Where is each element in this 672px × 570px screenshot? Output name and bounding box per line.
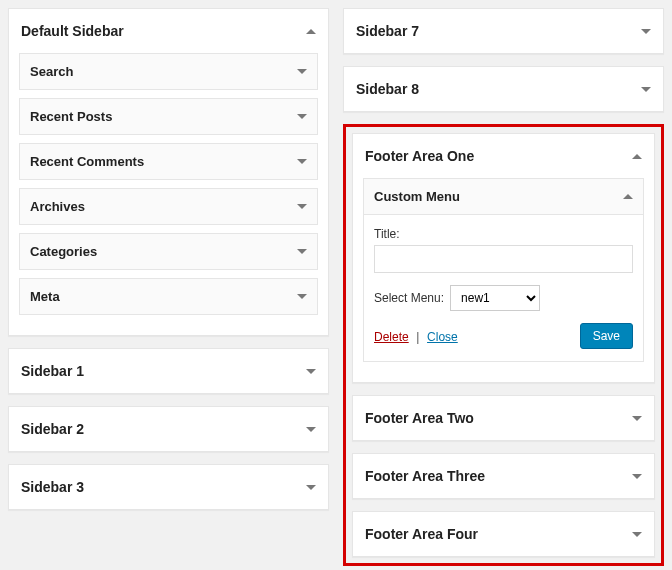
title-label: Title: bbox=[374, 227, 633, 241]
chevron-up-icon bbox=[306, 29, 316, 34]
chevron-down-icon bbox=[306, 427, 316, 432]
panel-title: Sidebar 8 bbox=[356, 81, 419, 97]
panel-sidebar-7[interactable]: Sidebar 7 bbox=[343, 8, 664, 54]
panel-title: Footer Area Four bbox=[365, 526, 478, 542]
widget-title: Custom Menu bbox=[374, 189, 460, 204]
chevron-down-icon bbox=[297, 204, 307, 209]
chevron-down-icon bbox=[297, 249, 307, 254]
panel-footer-area-four[interactable]: Footer Area Four bbox=[352, 511, 655, 557]
chevron-down-icon bbox=[632, 416, 642, 421]
separator: | bbox=[416, 330, 419, 344]
widget-recent-comments[interactable]: Recent Comments bbox=[19, 143, 318, 180]
close-link[interactable]: Close bbox=[427, 330, 458, 344]
widget-title: Meta bbox=[30, 289, 60, 304]
delete-link[interactable]: Delete bbox=[374, 330, 409, 344]
select-menu-label: Select Menu: bbox=[374, 291, 444, 305]
panel-title: Default Sidebar bbox=[21, 23, 124, 39]
widget-title: Recent Comments bbox=[30, 154, 144, 169]
select-menu-dropdown[interactable]: new1 bbox=[450, 285, 540, 311]
chevron-up-icon bbox=[632, 154, 642, 159]
panel-footer-area-two[interactable]: Footer Area Two bbox=[352, 395, 655, 441]
chevron-down-icon bbox=[297, 114, 307, 119]
save-button[interactable]: Save bbox=[580, 323, 633, 349]
chevron-down-icon bbox=[297, 69, 307, 74]
panel-body-default-sidebar: Search Recent Posts Recent Comments bbox=[9, 53, 328, 335]
widget-meta[interactable]: Meta bbox=[19, 278, 318, 315]
panel-header-default-sidebar[interactable]: Default Sidebar bbox=[9, 9, 328, 53]
widget-body-custom-menu: Title: Select Menu: new1 bbox=[364, 214, 643, 361]
panel-title: Sidebar 1 bbox=[21, 363, 84, 379]
widget-title: Search bbox=[30, 64, 73, 79]
panel-default-sidebar: Default Sidebar Search Recent Posts bbox=[8, 8, 329, 336]
chevron-down-icon bbox=[641, 87, 651, 92]
chevron-down-icon bbox=[632, 532, 642, 537]
chevron-down-icon bbox=[306, 485, 316, 490]
panel-title: Footer Area Two bbox=[365, 410, 474, 426]
panel-footer-area-one: Footer Area One Custom Menu Title: bbox=[352, 133, 655, 383]
panel-sidebar-2[interactable]: Sidebar 2 bbox=[8, 406, 329, 452]
chevron-up-icon bbox=[623, 194, 633, 199]
widget-title: Archives bbox=[30, 199, 85, 214]
chevron-down-icon bbox=[297, 159, 307, 164]
panel-sidebar-1[interactable]: Sidebar 1 bbox=[8, 348, 329, 394]
chevron-down-icon bbox=[297, 294, 307, 299]
widget-custom-menu: Custom Menu Title: Select Menu: bbox=[363, 178, 644, 362]
chevron-down-icon bbox=[306, 369, 316, 374]
right-column: Sidebar 7 Sidebar 8 Footer Area One C bbox=[343, 8, 664, 566]
panel-header-footer-one[interactable]: Footer Area One bbox=[353, 134, 654, 178]
panel-sidebar-3[interactable]: Sidebar 3 bbox=[8, 464, 329, 510]
chevron-down-icon bbox=[641, 29, 651, 34]
panel-body-footer-one: Custom Menu Title: Select Menu: bbox=[353, 178, 654, 382]
panel-title: Footer Area One bbox=[365, 148, 474, 164]
panel-title: Sidebar 2 bbox=[21, 421, 84, 437]
widget-search[interactable]: Search bbox=[19, 53, 318, 90]
panel-title: Sidebar 3 bbox=[21, 479, 84, 495]
title-input[interactable] bbox=[374, 245, 633, 273]
widget-archives[interactable]: Archives bbox=[19, 188, 318, 225]
panel-sidebar-8[interactable]: Sidebar 8 bbox=[343, 66, 664, 112]
panel-footer-area-three[interactable]: Footer Area Three bbox=[352, 453, 655, 499]
left-column: Default Sidebar Search Recent Posts bbox=[8, 8, 329, 566]
chevron-down-icon bbox=[632, 474, 642, 479]
panel-title: Sidebar 7 bbox=[356, 23, 419, 39]
widget-recent-posts[interactable]: Recent Posts bbox=[19, 98, 318, 135]
widget-title: Categories bbox=[30, 244, 97, 259]
highlighted-footer-areas: Footer Area One Custom Menu Title: bbox=[343, 124, 664, 566]
widget-header-custom-menu[interactable]: Custom Menu bbox=[364, 179, 643, 214]
widget-title: Recent Posts bbox=[30, 109, 112, 124]
panel-title: Footer Area Three bbox=[365, 468, 485, 484]
widget-categories[interactable]: Categories bbox=[19, 233, 318, 270]
